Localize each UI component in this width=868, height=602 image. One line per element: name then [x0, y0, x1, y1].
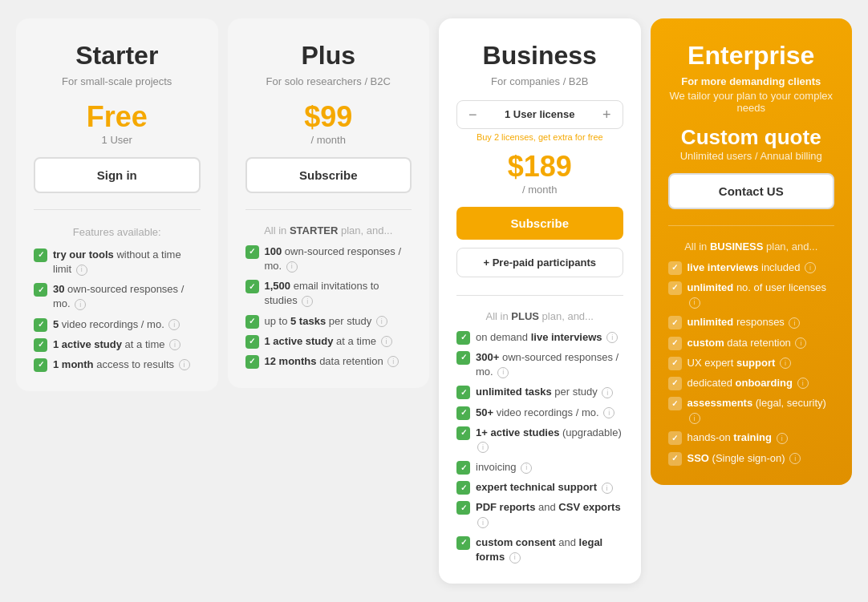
check-icon — [245, 355, 259, 369]
check-icon — [668, 261, 682, 275]
license-promo: Buy 2 licenses, get extra for free — [456, 132, 623, 142]
enterprise-custom-title: Custom quote — [668, 125, 835, 150]
business-plan-card: Business For companies / B2B − 1 User li… — [439, 18, 641, 584]
check-icon — [34, 338, 47, 352]
info-icon: i — [521, 463, 532, 474]
check-icon — [245, 335, 259, 349]
check-icon — [456, 406, 470, 420]
plus-divider — [245, 209, 412, 210]
check-icon — [34, 358, 47, 372]
check-icon — [245, 245, 259, 259]
info-icon: i — [477, 442, 489, 453]
info-icon: i — [387, 356, 399, 367]
license-decrease-button[interactable]: − — [468, 107, 477, 122]
business-price: $189 — [456, 150, 623, 184]
list-item: unlimited no. of user licenses i — [668, 281, 835, 309]
list-item: hands-on training i — [668, 430, 835, 445]
check-icon — [668, 397, 682, 410]
starter-user: 1 User — [34, 134, 201, 146]
info-icon: i — [602, 387, 613, 398]
check-icon — [668, 357, 682, 370]
info-icon: i — [75, 299, 86, 310]
starter-divider — [34, 209, 201, 210]
starter-features-title: Features available: — [34, 226, 201, 238]
enterprise-plan-card: Enterprise For more demanding clients We… — [651, 18, 853, 485]
info-icon: i — [76, 265, 87, 276]
enterprise-divider — [668, 225, 835, 226]
license-increase-button[interactable]: + — [602, 107, 611, 122]
check-icon — [456, 461, 470, 475]
check-icon — [456, 351, 470, 365]
info-icon: i — [376, 316, 387, 327]
plus-features-title: All in STARTER plan, and... — [245, 224, 412, 236]
business-cta-button[interactable]: Subscribe — [456, 207, 623, 240]
info-icon: i — [777, 433, 788, 444]
enterprise-title: Enterprise — [668, 41, 835, 71]
info-icon: i — [780, 358, 791, 369]
list-item: 12 months data retention i — [245, 354, 412, 369]
info-icon: i — [302, 296, 313, 307]
list-item: 1 active study at a time i — [34, 337, 201, 352]
check-icon — [456, 501, 470, 515]
list-item: 1 active study at a time i — [245, 334, 412, 349]
check-icon — [668, 316, 682, 329]
info-icon: i — [797, 378, 809, 389]
info-icon: i — [497, 367, 509, 378]
plus-title: Plus — [245, 41, 412, 71]
list-item: 50+ video recordings / mo. i — [456, 406, 623, 420]
info-icon: i — [606, 332, 618, 343]
check-icon — [456, 536, 470, 550]
enterprise-custom-block: Custom quote Unlimited users / Annual bi… — [668, 125, 835, 162]
info-icon: i — [603, 407, 614, 418]
starter-cta-button[interactable]: Sign in — [34, 157, 201, 193]
enterprise-subtitle1: For more demanding clients — [668, 75, 835, 87]
pricing-container: Starter For small-scale projects Free 1 … — [16, 18, 852, 584]
list-item: UX expert support i — [668, 356, 835, 370]
list-item: SSO (Single sign-on) i — [668, 451, 835, 466]
info-icon: i — [179, 359, 190, 370]
list-item: 1,500 email invitations to studies i — [245, 279, 412, 308]
enterprise-cta-button[interactable]: Contact US — [668, 173, 835, 209]
check-icon — [668, 431, 682, 445]
list-item: PDF reports and CSV exports i — [456, 500, 623, 529]
list-item: unlimited responses i — [668, 315, 835, 329]
business-features-title: All in PLUS plan, and... — [456, 310, 623, 322]
info-icon: i — [168, 319, 180, 330]
info-icon: i — [477, 517, 489, 528]
info-icon: i — [169, 339, 180, 350]
plus-subtitle: For solo researchers / B2C — [245, 75, 412, 87]
check-icon — [34, 248, 47, 262]
business-subtitle: For companies / B2B — [456, 75, 623, 87]
enterprise-custom-sub: Unlimited users / Annual billing — [668, 150, 835, 162]
list-item: unlimited tasks per study i — [456, 385, 623, 399]
list-item: expert technical support i — [456, 480, 623, 495]
plus-cta-button[interactable]: Subscribe — [245, 157, 412, 193]
list-item: invoicing i — [456, 460, 623, 475]
starter-title: Starter — [34, 41, 201, 71]
license-selector: − 1 User license + — [456, 100, 623, 129]
list-item: 30 own-sourced responses / mo. i — [34, 282, 201, 311]
plus-price: $99 — [245, 100, 412, 134]
check-icon — [668, 337, 682, 350]
list-item: 1+ active studies (upgradable) i — [456, 426, 623, 455]
info-icon: i — [509, 552, 521, 564]
check-icon — [456, 481, 470, 495]
business-title: Business — [456, 41, 623, 71]
business-prepaid-button[interactable]: + Pre-paid participants — [456, 248, 623, 277]
starter-price: Free — [34, 100, 201, 134]
plus-plan-card: Plus For solo researchers / B2C $99 / mo… — [228, 18, 430, 388]
info-icon: i — [689, 413, 700, 424]
info-icon: i — [602, 483, 613, 494]
check-icon — [456, 386, 470, 399]
info-icon: i — [381, 336, 392, 347]
starter-features-list: try our tools without a time limit i 30 … — [34, 248, 201, 372]
license-label: 1 User license — [505, 108, 574, 120]
list-item: 300+ own-sourced responses / mo. i — [456, 350, 623, 379]
list-item: live interviews included i — [668, 261, 835, 275]
list-item: 1 month access to results i — [34, 358, 201, 372]
starter-plan-card: Starter For small-scale projects Free 1 … — [16, 18, 218, 391]
list-item: 5 video recordings / mo. i — [34, 317, 201, 332]
info-icon: i — [286, 261, 298, 273]
list-item: 100 own-sourced responses / mo. i — [245, 244, 412, 273]
info-icon: i — [795, 337, 806, 349]
